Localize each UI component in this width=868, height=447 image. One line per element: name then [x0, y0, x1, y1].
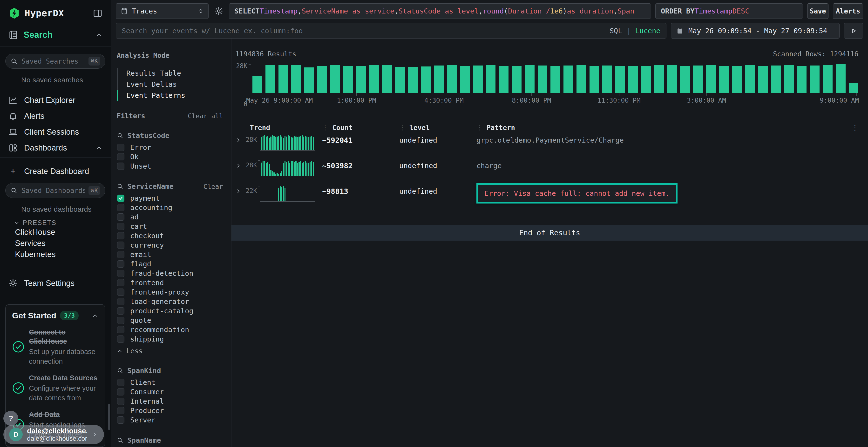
histogram-bar[interactable]	[317, 66, 327, 93]
pattern-text[interactable]: charge	[476, 159, 850, 170]
histogram-bar[interactable]	[563, 66, 574, 93]
checkbox[interactable]	[117, 153, 124, 161]
histogram-bar[interactable]	[304, 67, 314, 93]
sidebar-item-search[interactable]: Search	[0, 30, 111, 40]
histogram-bar[interactable]	[706, 65, 716, 93]
checkbox[interactable]	[117, 326, 124, 333]
presets-toggle[interactable]: PRESETS	[13, 219, 111, 227]
checkbox[interactable]	[117, 398, 124, 405]
sidebar-item-chart-explorer[interactable]: Chart Explorer	[0, 92, 111, 108]
table-row[interactable]: 22K~98813undefinedError: Visa cache full…	[235, 184, 858, 210]
source-settings-button[interactable]	[213, 3, 224, 19]
table-menu-icon[interactable]: ⋮	[850, 124, 858, 132]
checkbox[interactable]	[117, 232, 124, 239]
sidebar-scrollbar-thumb[interactable]	[108, 404, 110, 430]
user-menu[interactable]: D dale@clickhouse.com dale@clickhouse.co…	[3, 425, 104, 444]
histogram-bar[interactable]	[356, 66, 366, 93]
histogram-bar[interactable]	[473, 66, 483, 93]
saved-dashboards-input[interactable]: Saved Dashboards ⌘K	[5, 183, 105, 198]
chevron-up-icon[interactable]	[96, 144, 102, 151]
histogram-bar[interactable]	[408, 67, 418, 93]
checkbox[interactable]	[117, 288, 124, 296]
histogram-bar[interactable]	[615, 66, 625, 93]
histogram-bar[interactable]	[849, 83, 859, 93]
expand-row-chevron[interactable]	[235, 137, 242, 143]
saved-searches-input[interactable]: Saved Searches ⌘K	[5, 54, 105, 69]
histogram-bar[interactable]	[590, 66, 599, 93]
histogram-bar[interactable]	[602, 66, 612, 93]
histogram-bar[interactable]	[745, 65, 755, 93]
get-started-header[interactable]: Get Started 3/3	[12, 311, 99, 320]
expand-row-chevron[interactable]	[235, 163, 242, 169]
search-icon[interactable]	[117, 367, 123, 374]
save-button[interactable]: Save	[807, 3, 829, 19]
table-row[interactable]: 28K~503982undefinedcharge	[235, 159, 858, 184]
histogram-bar[interactable]	[421, 66, 431, 93]
pattern-text[interactable]: grpc.oteldemo.PaymentService/Charge	[476, 133, 850, 144]
histogram-bar[interactable]	[525, 65, 534, 93]
histogram-bar[interactable]	[719, 66, 729, 93]
show-less-toggle[interactable]: Less	[117, 347, 223, 355]
histogram-bar[interactable]	[693, 66, 703, 93]
get-started-step[interactable]: Connect to ClickHouse Set up your databa…	[12, 328, 99, 366]
column-header-trend[interactable]: Trend	[235, 124, 322, 132]
date-range-picker[interactable]: May 26 09:09:54 - May 27 09:09:54	[671, 23, 840, 38]
histogram-bar[interactable]	[551, 66, 560, 93]
histogram-bar[interactable]	[460, 66, 470, 93]
search-icon[interactable]	[117, 132, 123, 139]
histogram-bar[interactable]	[330, 65, 340, 93]
sql-toggle[interactable]: SQL	[610, 27, 622, 35]
checkbox[interactable]	[117, 260, 124, 268]
column-drag-handle[interactable]: ⋮	[322, 124, 328, 131]
histogram-bar[interactable]	[447, 65, 457, 93]
select-clause-input[interactable]: SELECT Timestamp, ServiceName as service…	[229, 3, 651, 19]
search-icon[interactable]	[117, 437, 123, 444]
sidebar-item-client-sessions[interactable]: Client Sessions	[0, 124, 111, 140]
histogram-bar[interactable]	[486, 65, 496, 93]
event-search-input[interactable]: Search your events w/ Lucene ex. column:…	[116, 23, 666, 38]
checkbox[interactable]	[117, 379, 124, 386]
histogram-bar[interactable]	[382, 65, 392, 93]
checkbox[interactable]	[117, 270, 124, 277]
histogram-bar[interactable]	[680, 66, 690, 93]
histogram-bar[interactable]	[771, 66, 781, 93]
order-by-input[interactable]: ORDER BY Timestamp DESC	[655, 3, 803, 19]
histogram-bar[interactable]	[266, 65, 275, 93]
checkbox[interactable]	[117, 144, 124, 151]
sidebar-item-team-settings[interactable]: Team Settings	[0, 275, 111, 291]
checkbox[interactable]	[117, 336, 124, 343]
histogram-bar[interactable]	[369, 65, 379, 93]
pattern-text[interactable]: Error: Visa cache full: cannot add new i…	[476, 184, 850, 204]
histogram-bar[interactable]	[667, 65, 677, 93]
checkbox[interactable]	[117, 416, 124, 424]
column-header-level[interactable]: ⋮level	[399, 124, 476, 132]
highlighted-pattern-box[interactable]: Error: Visa cache full: cannot add new i…	[476, 183, 678, 204]
preset-services[interactable]: Services	[0, 238, 111, 249]
histogram-bar[interactable]	[538, 66, 548, 93]
histogram-bar[interactable]	[291, 65, 301, 93]
histogram-bar[interactable]	[395, 67, 405, 93]
clear-all-button[interactable]: Clear all	[188, 112, 223, 120]
histogram-bar[interactable]	[628, 66, 638, 93]
histogram-bar[interactable]	[732, 66, 742, 93]
histogram-bar[interactable]	[797, 66, 807, 93]
create-dashboard-button[interactable]: + Create Dashboard	[0, 163, 111, 179]
checkbox[interactable]	[117, 317, 124, 324]
lucene-toggle[interactable]: Lucene	[635, 27, 660, 35]
histogram-bar[interactable]	[654, 65, 664, 93]
run-query-button[interactable]	[844, 23, 863, 38]
checkbox[interactable]	[117, 213, 124, 220]
histogram-bar[interactable]	[641, 66, 651, 93]
histogram-bar[interactable]	[577, 65, 586, 93]
histogram-bar[interactable]	[252, 76, 262, 93]
sidebar-item-dashboards[interactable]: Dashboards	[0, 140, 111, 156]
mode-results-table[interactable]: Results Table	[117, 68, 223, 79]
sidebar-item-alerts[interactable]: Alerts	[0, 108, 111, 124]
preset-clickhouse[interactable]: ClickHouse	[0, 227, 111, 238]
histogram-bar[interactable]	[823, 65, 833, 93]
checkbox[interactable]	[117, 242, 124, 249]
checkbox[interactable]	[117, 204, 124, 211]
column-header-pattern[interactable]: ⋮Pattern	[476, 124, 850, 132]
chevron-up-icon[interactable]	[95, 31, 102, 38]
checkbox[interactable]	[117, 195, 124, 202]
